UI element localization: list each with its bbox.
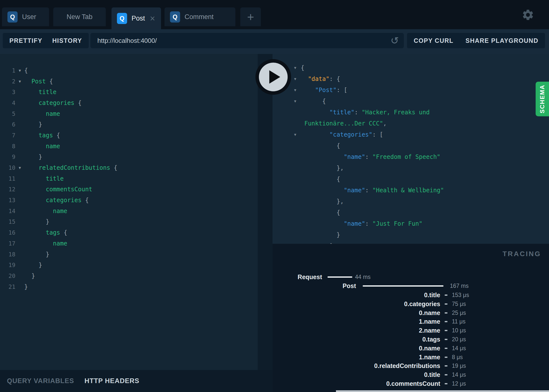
tracing-duration-value: 20 μs [452,335,466,344]
tab-user[interactable]: Q User [2,7,49,26]
code-line: 10▼ relatedContributions { [0,162,258,173]
code-text: title [24,175,64,182]
schema-tab[interactable]: SCHEMA [536,82,549,116]
tab-label: Comment [185,13,214,21]
fold-arrow-icon[interactable]: ▼ [273,132,296,137]
prettify-button[interactable]: PRETTIFY [3,33,49,48]
play-disc [259,63,288,91]
line-number: 14 [0,208,15,214]
http-headers-tab[interactable]: HTTP HEADERS [84,377,139,385]
tracing-duration-value: 153 μs [452,291,469,299]
tab-new-tab[interactable]: New Tab [53,7,106,26]
response-line: ▼ "categories": [ [273,129,549,140]
code-text: Post { [24,78,53,85]
copy-curl-button[interactable]: COPY CURL [407,33,460,48]
response-line: Funktionäre...Der CCC", [273,118,549,129]
reload-icon[interactable]: ↺ [387,33,402,48]
code-line: 4 categories { [0,98,258,108]
tracing-field-label: 1.name [273,317,440,326]
fold-arrow-icon[interactable]: ▼ [15,166,24,170]
line-number: 20 [0,273,15,279]
share-playground-button[interactable]: SHARE PLAYGROUND [459,33,545,48]
fold-arrow-icon[interactable]: ▼ [15,79,24,84]
code-text: } [24,283,28,290]
tracing-horizontal-scrollbar[interactable] [336,390,549,392]
code-text: } [24,251,49,258]
fold-arrow-icon[interactable]: ▼ [273,99,296,103]
response-text: "name": "Just For Fun" [296,220,422,227]
code-line: 8 name [0,141,258,152]
code-line: 6 } [0,119,258,130]
response-text: { [296,176,340,183]
code-text: categories { [24,99,82,106]
line-number: 13 [0,197,15,203]
editor-bottom-bar: QUERY VARIABLES HTTP HEADERS [0,370,273,392]
tracing-dash [445,294,447,296]
endpoint-url-input[interactable] [90,33,404,48]
code-text: title [24,89,56,96]
response-line: { [273,207,549,218]
line-number: 15 [0,219,15,225]
tracing-row: 1.name8 μs [273,353,549,362]
settings-gear-icon[interactable] [522,8,534,21]
tracing-row: 0.categories75 μs [273,299,549,308]
tracing-row: 1.name11 μs [273,317,549,326]
tracing-field-label: 0.name [273,308,440,317]
response-line: ▼{ [273,62,549,73]
line-number: 4 [0,100,15,106]
tracing-dash [445,383,447,384]
close-icon[interactable]: × [150,14,155,23]
pane-resize-handle[interactable] [258,54,273,370]
tracing-row: 0.title14 μs [273,370,549,379]
query-editor[interactable]: 1▼{2▼ Post {3 title4 categories {5 name6… [0,54,258,370]
response-line: } [273,229,549,240]
tracing-row: 0.name25 μs [273,308,549,317]
tracing-title: TRACING [502,250,541,258]
response-text: "title": "Hacker, Freaks und [296,109,430,116]
tracing-row: 2.name10 μs [273,326,549,335]
fold-arrow-icon[interactable]: ▼ [15,68,24,73]
line-number: 19 [0,262,15,268]
tracing-field-label: Request [273,272,322,281]
code-line: 7 tags { [0,130,258,141]
query-variables-tab[interactable]: QUERY VARIABLES [7,377,74,385]
tracing-field-label: 1.name [273,353,440,362]
code-text: tags { [24,229,67,236]
code-text: } [24,262,42,269]
tracing-duration-value: 10 μs [452,326,466,335]
line-number: 3 [0,89,15,95]
tracing-dash [445,321,447,322]
execute-query-button[interactable] [255,59,291,95]
add-tab-button[interactable]: + [240,7,261,26]
tracing-duration-value: 14 μs [452,370,466,379]
tracing-duration-value: 25 μs [452,308,466,317]
tracing-duration-value: 14 μs [452,344,466,353]
code-line: 5 name [0,108,258,119]
code-line: 3 title [0,87,258,98]
response-text: } [296,231,340,238]
tab-post[interactable]: Q Post × [111,7,161,29]
code-text: name [24,240,67,247]
code-text: { [24,67,28,74]
response-line: ▼ { [273,96,549,107]
schema-tab-label: SCHEMA [539,85,546,113]
response-line: "name": "Just For Fun" [273,218,549,229]
tracing-dash [445,312,447,314]
response-line: "title": "Hacker, Freaks und [273,107,549,118]
tab-comment[interactable]: Q Comment [165,7,235,26]
history-button[interactable]: HISTORY [46,33,89,48]
code-line: 13 categories { [0,195,258,206]
line-number: 5 [0,111,15,117]
tab-label: User [22,13,36,21]
code-line: 19 } [0,260,258,270]
code-text: } [24,153,42,160]
code-line: 16 tags { [0,227,258,238]
code-text: tags { [24,132,60,139]
query-badge: Q [7,11,18,23]
line-number: 17 [0,240,15,247]
line-number: 1 [0,67,15,74]
response-line: { [273,140,549,151]
response-text: }, [296,165,344,172]
response-viewer: ▼{▼ "data": {▼ "Post": [▼ { "title": "Ha… [273,54,549,244]
code-line: 1▼{ [0,65,258,76]
